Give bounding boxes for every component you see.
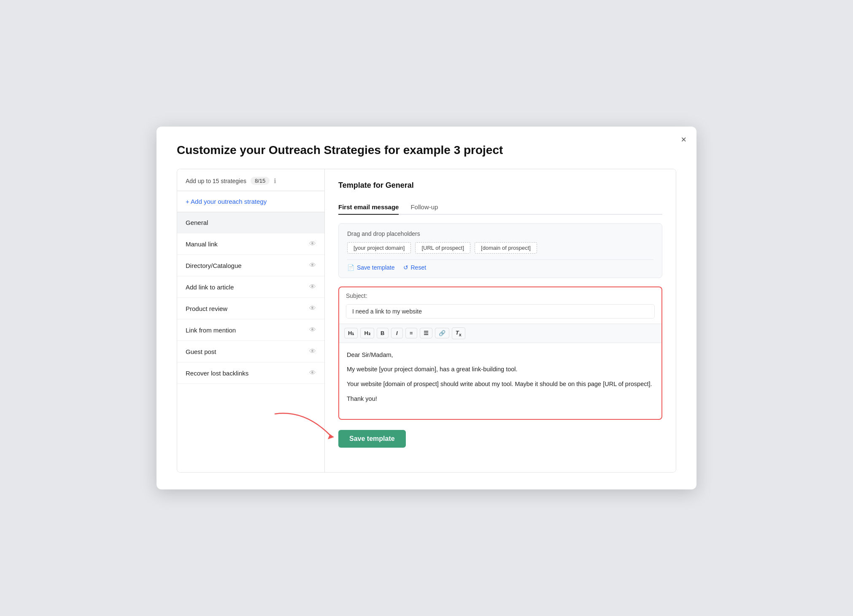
toolbar-bold[interactable]: B	[377, 328, 389, 338]
eye-icon: 👁	[309, 262, 316, 269]
toolbar-h1[interactable]: H₁	[344, 328, 358, 338]
sidebar-header-text: Add up to 15 strategies	[186, 178, 246, 184]
tab-followup[interactable]: Follow-up	[410, 200, 438, 215]
save-icon: 📄	[347, 264, 354, 271]
reset-icon: ↺	[403, 264, 408, 271]
toolbar-h2[interactable]: H₂	[360, 328, 374, 338]
toolbar-link[interactable]: 🔗	[435, 328, 449, 338]
eye-icon: 👁	[309, 283, 316, 291]
add-strategy-button[interactable]: + Add your outreach strategy	[177, 191, 324, 212]
eye-icon: 👁	[309, 326, 316, 334]
email-body[interactable]: Dear Sir/Madam, My website [your project…	[339, 343, 661, 419]
sidebar-item-label: Product review	[186, 305, 227, 312]
sidebar-header: Add up to 15 strategies 8/15 ℹ	[177, 169, 324, 191]
save-button-container: Save template	[338, 428, 662, 448]
sidebar-item-guest-post[interactable]: Guest post 👁	[177, 341, 324, 362]
reset-label: Reset	[411, 264, 426, 271]
toolbar-italic[interactable]: I	[391, 328, 403, 338]
sidebar-item-label: Manual link	[186, 240, 218, 248]
toolbar-clear-format[interactable]: Tx	[452, 327, 465, 339]
close-button[interactable]: ×	[681, 135, 686, 144]
toolbar-unordered-list[interactable]: ☰	[420, 328, 432, 338]
placeholder-chip-domain[interactable]: [your project domain]	[347, 242, 411, 254]
sidebar: Add up to 15 strategies 8/15 ℹ + Add you…	[177, 169, 325, 472]
body-line-2: Your website [domain of prospect] should…	[347, 379, 654, 389]
sidebar-item-link-from-mention[interactable]: Link from mention 👁	[177, 319, 324, 341]
sidebar-item-add-link[interactable]: Add link to article 👁	[177, 276, 324, 298]
toolbar-ordered-list[interactable]: ≡	[405, 328, 417, 338]
sidebar-item-manual-link[interactable]: Manual link 👁	[177, 233, 324, 255]
eye-icon: 👁	[309, 240, 316, 248]
sidebar-item-recover-backlinks[interactable]: Recover lost backlinks 👁	[177, 362, 324, 384]
eye-icon: 👁	[309, 369, 316, 377]
sidebar-item-label: Guest post	[186, 348, 216, 355]
toolbar-row: H₁ H₂ B I ≡ ☰ 🔗 Tx	[339, 324, 661, 343]
sidebar-item-label: General	[186, 219, 208, 226]
subject-label: Subject:	[346, 292, 655, 299]
template-title: Template for General	[338, 181, 662, 190]
placeholders-label: Drag and drop placeholders	[347, 230, 653, 237]
body-thanks: Thank you!	[347, 394, 654, 404]
strategies-badge: 8/15	[251, 177, 270, 185]
body-greeting: Dear Sir/Madam,	[347, 350, 654, 360]
sidebar-item-label: Directory/Catalogue	[186, 262, 242, 269]
divider	[347, 259, 653, 260]
sidebar-item-product-review[interactable]: Product review 👁	[177, 298, 324, 319]
right-panel: Template for General First email message…	[325, 169, 676, 472]
sidebar-item-label: Recover lost backlinks	[186, 370, 248, 377]
subject-block: Subject:	[339, 287, 661, 324]
save-template-main-button[interactable]: Save template	[338, 430, 406, 448]
sidebar-item-label: Add link to article	[186, 284, 234, 291]
eye-icon: 👁	[309, 348, 316, 355]
modal-body: Add up to 15 strategies 8/15 ℹ + Add you…	[177, 169, 676, 473]
modal-title: Customize your Outreach Strategies for e…	[177, 143, 676, 157]
sidebar-item-general[interactable]: General	[177, 212, 324, 233]
subject-input[interactable]	[346, 304, 655, 319]
sidebar-item-directory[interactable]: Directory/Catalogue 👁	[177, 255, 324, 276]
save-template-button-top[interactable]: 📄 Save template	[347, 264, 395, 271]
placeholder-chip-prospect-domain[interactable]: [domain of prospect]	[475, 242, 537, 254]
reset-button[interactable]: ↺ Reset	[403, 264, 426, 271]
placeholder-chip-url[interactable]: [URL of prospect]	[415, 242, 470, 254]
modal: × Customize your Outreach Strategies for…	[157, 127, 696, 489]
email-compose: Subject: H₁ H₂ B I ≡ ☰ 🔗 Tx Dear Sir/Mad…	[338, 286, 662, 420]
placeholders-section: Drag and drop placeholders [your project…	[338, 223, 662, 278]
body-line-1: My website [your project domain], has a …	[347, 364, 654, 375]
tabs: First email message Follow-up	[338, 200, 662, 215]
svg-marker-0	[328, 434, 334, 439]
info-icon[interactable]: ℹ	[274, 177, 276, 185]
eye-icon: 👁	[309, 305, 316, 312]
sidebar-item-label: Link from mention	[186, 327, 236, 334]
placeholders-row: [your project domain] [URL of prospect] …	[347, 242, 653, 254]
actions-row: 📄 Save template ↺ Reset	[347, 264, 653, 271]
tab-first-email[interactable]: First email message	[338, 200, 399, 215]
save-template-label: Save template	[357, 264, 395, 271]
